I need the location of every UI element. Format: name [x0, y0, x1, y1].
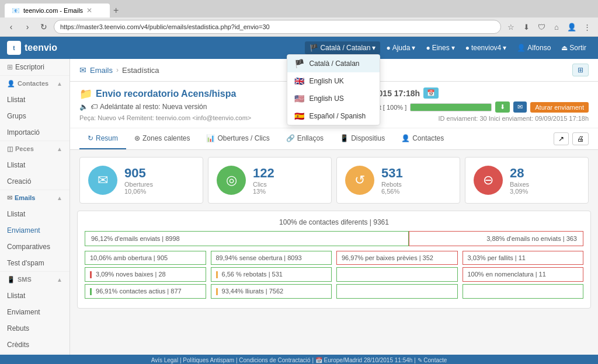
- sidebar-section-emails: ✉Emails ▲ Llistat Enviament Comparatives…: [0, 190, 69, 272]
- url-bar[interactable]: [54, 20, 501, 34]
- sidebar-section-peces: ◫Peces ▲ Llistat Creació: [0, 141, 69, 190]
- tab-actions: ↗ 🖨: [554, 132, 589, 145]
- sidebar-item-contactes-importacio[interactable]: Importació: [0, 124, 69, 141]
- tab-close-icon[interactable]: ✕: [86, 6, 92, 15]
- sidebar-item-escriptori[interactable]: ⊞ Escriptori: [0, 59, 69, 75]
- data-sub-row-2: 10,06% amb obertura | 905 89,94% sense o…: [85, 251, 583, 265]
- browser-chrome: 📧 teenvio.com - Emails ✕ + ‹ › ↻ ☆ ⬇ 🛡 ⌂…: [0, 0, 598, 37]
- sidebar-item-contactes-grups[interactable]: Grups: [0, 108, 69, 124]
- volume-icon: 🔈: [79, 103, 88, 111]
- tab-contactes[interactable]: 👤 Contactes: [393, 128, 452, 149]
- header-action-btn[interactable]: ⊞: [572, 64, 589, 76]
- yellow-bar-icon: [216, 271, 218, 278]
- tools-menu[interactable]: ● Eines ▾: [421, 41, 459, 54]
- data-title: 100% de contactes diferents | 9361: [85, 218, 583, 226]
- footer: Avís Legal | Polítiques Antispam | Condi…: [0, 355, 598, 364]
- contacts-icon: 👤: [401, 134, 410, 142]
- sidebar-header-contactes[interactable]: 👤Contactes ▲: [0, 76, 69, 92]
- data-failed-cell: 3,03% per fallits | 11: [463, 251, 584, 265]
- sidebar-item-sms-llistat[interactable]: Llistat: [0, 288, 69, 304]
- sidebar-header-peces[interactable]: ◫Peces ▲: [0, 141, 69, 157]
- export-button[interactable]: ⊞: [572, 64, 589, 76]
- refresh-icon: ↻: [88, 134, 93, 142]
- fire-icon: ⊛: [134, 134, 140, 142]
- stat-clics-pct: 13%: [253, 188, 274, 195]
- lang-option-english-us[interactable]: 🇺🇸 English US: [287, 90, 380, 107]
- new-tab-button[interactable]: +: [110, 5, 122, 16]
- mail-icon: ✉: [88, 166, 117, 195]
- tab-resum[interactable]: ↻ Resum: [79, 128, 126, 149]
- campaign-subtitle: 🔈 🏷 Adelántate al resto: Nueva versión: [79, 103, 251, 111]
- flag-icon: 🏴: [310, 44, 318, 52]
- footer-antispam[interactable]: Polítiques Antispam: [183, 357, 234, 363]
- stat-clics-info: 122 Clics 13%: [253, 166, 274, 195]
- reload-button[interactable]: ↻: [37, 20, 50, 33]
- sidebar-item-emails-llistat[interactable]: Llistat: [0, 206, 69, 222]
- home-icon: ⊞: [7, 63, 13, 71]
- account-menu[interactable]: ● teenviov4 ▾: [461, 41, 512, 54]
- pause-button[interactable]: Aturar enviament: [530, 102, 589, 113]
- tab-obertures-clics[interactable]: 📊 Obertures / Clics: [198, 128, 277, 149]
- browser-tab[interactable]: 📧 teenvio.com - Emails ✕: [5, 4, 110, 18]
- stat-card-obertures: ✉ 905 Obertures 10,06%: [79, 157, 203, 204]
- breadcrumb-parent[interactable]: Emails: [90, 66, 113, 75]
- forward-button[interactable]: ›: [21, 20, 34, 33]
- stats-row: ✉ 905 Obertures 10,06% ◎ 122 Clics 13%: [77, 157, 591, 204]
- sidebar-item-emails-enviament[interactable]: Enviament: [0, 222, 69, 239]
- lang-option-english-uk[interactable]: 🇬🇧 English UK: [287, 72, 380, 90]
- breadcrumb-current: Estadística: [122, 66, 159, 75]
- calendar-button[interactable]: 📅: [423, 88, 439, 99]
- help-menu[interactable]: ● Ajuda ▾: [381, 41, 420, 54]
- progress-fill: [411, 104, 491, 111]
- data-sent-cell: 96,12% d'emails enviats | 8998: [85, 231, 409, 246]
- emails-chevron-icon: ▲: [57, 195, 62, 201]
- language-selector[interactable]: 🏴 Català / Catalan ▾ 🏴 Català / Catalan …: [305, 41, 380, 54]
- sidebar-item-sms-enviament[interactable]: Enviament: [0, 304, 69, 320]
- stat-obertures-info: 905 Obertures 10,06%: [124, 166, 153, 195]
- sidebar-item-sms-credits[interactable]: Crèdits: [0, 337, 69, 353]
- tab-enllacos[interactable]: 🔗 Enllaços: [278, 128, 332, 149]
- user-menu[interactable]: 👤 Alfonso: [512, 41, 555, 54]
- logout-button[interactable]: ⏏ Sortir: [557, 41, 591, 54]
- language-button[interactable]: 🏴 Català / Catalan ▾: [305, 41, 380, 54]
- peces-chevron-icon: ▲: [57, 146, 62, 152]
- tab-dispositius[interactable]: 📱 Dispositius: [332, 128, 393, 149]
- tab-share-button[interactable]: ↗: [554, 132, 569, 145]
- email-icon-btn[interactable]: ✉: [513, 102, 527, 113]
- sidebar-header-emails[interactable]: ✉Emails ▲: [0, 190, 69, 206]
- data-nomenclatura-cell: 100% en nomenclatura | 11: [463, 267, 584, 282]
- menu-button[interactable]: ⋮: [580, 20, 593, 33]
- sidebar-item-peces-creacio[interactable]: Creació: [0, 173, 69, 190]
- profile-button[interactable]: 👤: [565, 20, 578, 33]
- tools-chevron-icon: ▾: [451, 44, 455, 52]
- sidebar-item-sms-rebuts[interactable]: Rebuts: [0, 320, 69, 337]
- stat-clics-number: 122: [253, 166, 274, 181]
- tab-zones-calentes[interactable]: ⊛ Zones calentes: [126, 128, 198, 149]
- back-button[interactable]: ‹: [5, 20, 18, 33]
- lang-option-catalan[interactable]: 🏴 Català / Catalan: [287, 55, 380, 72]
- tab-print-button[interactable]: 🖨: [572, 132, 589, 145]
- bookmark-button[interactable]: ☆: [505, 20, 517, 33]
- footer-contract[interactable]: Condicions de Contractació: [239, 357, 310, 363]
- sidebar-item-contactes-llistat[interactable]: Llistat: [0, 92, 69, 108]
- campaign-info: 📁 Envio recordatorio Acens/hispa 🔈 🏷 Ade…: [79, 88, 251, 121]
- data-actius-cell: 96,91% contactes actius | 877: [85, 284, 206, 299]
- device-icon: 📱: [340, 134, 349, 142]
- english-uk-label: English UK: [309, 77, 343, 85]
- emails-icon: ✉: [7, 194, 12, 201]
- sidebar-item-peces-llistat[interactable]: Llistat: [0, 157, 69, 173]
- home-button[interactable]: ⌂: [550, 20, 563, 33]
- sidebar-item-emails-testspam[interactable]: Test d'spam: [0, 255, 69, 271]
- tools-icon: ●: [426, 44, 430, 52]
- sidebar-item-emails-comparatives[interactable]: Comparatives: [0, 239, 69, 255]
- campaign-title: 📁 Envio recordatorio Acens/hispa: [79, 88, 251, 100]
- sidebar-header-sms[interactable]: 📱SMS ▲: [0, 272, 69, 288]
- lang-option-spanish[interactable]: 🇪🇸 Español / Spanish: [287, 107, 380, 125]
- data-unsent-cell: 3,88% d'emails no enviats | 363: [409, 231, 583, 246]
- footer-legal[interactable]: Avís Legal: [151, 357, 179, 363]
- footer-contact[interactable]: ✎ Contacte: [418, 357, 447, 363]
- sidebar: ⊞ Escriptori 👤Contactes ▲ Llistat Grups …: [0, 59, 70, 355]
- download-icon-btn[interactable]: ⬇: [495, 102, 510, 113]
- download-button[interactable]: ⬇: [520, 20, 533, 33]
- data-lliurats-cell: 93,44% lliurats | 7562: [211, 284, 332, 299]
